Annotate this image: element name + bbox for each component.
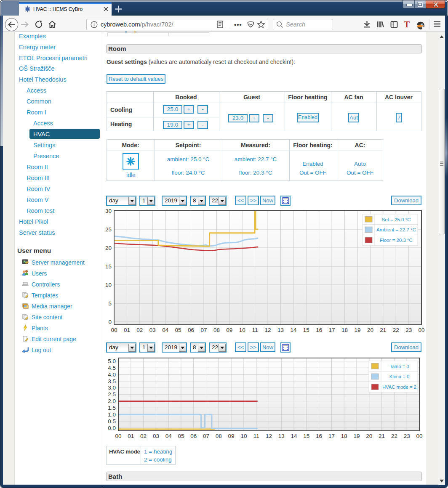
svg-text:Set = 25.0 °C: Set = 25.0 °C bbox=[382, 217, 411, 222]
svg-text:11: 11 bbox=[253, 433, 259, 439]
svg-text:03: 03 bbox=[149, 327, 156, 333]
svg-text:5.0: 5.0 bbox=[108, 358, 116, 364]
svg-text:05: 05 bbox=[178, 433, 184, 439]
svg-text:04: 04 bbox=[165, 433, 172, 439]
svg-text:4.5: 4.5 bbox=[108, 365, 116, 371]
svg-text:14: 14 bbox=[291, 433, 298, 439]
svg-text:00: 00 bbox=[419, 327, 425, 333]
svg-text:19: 19 bbox=[353, 433, 360, 439]
svg-text:Talno = 0: Talno = 0 bbox=[389, 364, 409, 369]
svg-text:08: 08 bbox=[213, 327, 220, 333]
svg-text:11: 11 bbox=[252, 327, 258, 333]
svg-text:17: 17 bbox=[328, 433, 335, 439]
svg-text:00: 00 bbox=[115, 433, 121, 439]
svg-text:17: 17 bbox=[329, 327, 335, 333]
svg-text:4.0: 4.0 bbox=[108, 371, 116, 378]
svg-text:HVAC mode = 2: HVAC mode = 2 bbox=[382, 385, 416, 390]
svg-text:21: 21 bbox=[379, 433, 385, 439]
svg-text:20: 20 bbox=[366, 433, 372, 439]
svg-text:16: 16 bbox=[316, 327, 322, 333]
svg-text:10: 10 bbox=[239, 327, 245, 333]
svg-text:07: 07 bbox=[203, 433, 209, 439]
svg-text:Floor = 20.3 °C: Floor = 20.3 °C bbox=[380, 238, 413, 243]
svg-text:10: 10 bbox=[105, 282, 112, 288]
svg-text:13: 13 bbox=[278, 433, 285, 439]
svg-text:10: 10 bbox=[240, 433, 247, 439]
svg-text:03: 03 bbox=[153, 433, 159, 439]
svg-text:14: 14 bbox=[290, 327, 297, 333]
svg-text:23: 23 bbox=[404, 433, 410, 439]
svg-text:15: 15 bbox=[303, 327, 309, 333]
svg-text:09: 09 bbox=[228, 433, 235, 439]
svg-text:1.5: 1.5 bbox=[108, 405, 116, 411]
svg-text:2.0: 2.0 bbox=[108, 398, 116, 404]
svg-text:08: 08 bbox=[216, 433, 222, 439]
svg-text:0.0: 0.0 bbox=[108, 425, 116, 431]
svg-text:09: 09 bbox=[226, 327, 232, 333]
svg-text:12: 12 bbox=[266, 433, 272, 439]
svg-text:05: 05 bbox=[175, 327, 181, 333]
svg-text:30: 30 bbox=[105, 208, 112, 214]
svg-text:00: 00 bbox=[111, 327, 117, 333]
svg-text:02: 02 bbox=[136, 327, 143, 333]
svg-text:0: 0 bbox=[108, 319, 112, 325]
svg-text:07: 07 bbox=[200, 327, 207, 333]
svg-text:23: 23 bbox=[405, 327, 412, 333]
svg-text:Ambient = 22.7 °C: Ambient = 22.7 °C bbox=[376, 227, 416, 232]
svg-text:18: 18 bbox=[341, 433, 347, 439]
svg-text:01: 01 bbox=[124, 327, 130, 333]
svg-text:01: 01 bbox=[128, 433, 134, 439]
svg-text:12: 12 bbox=[264, 327, 271, 333]
svg-text:20: 20 bbox=[105, 245, 112, 251]
svg-text:15: 15 bbox=[303, 433, 309, 439]
svg-text:2.5: 2.5 bbox=[108, 391, 116, 398]
svg-text:19: 19 bbox=[354, 327, 360, 333]
svg-text:15: 15 bbox=[105, 263, 112, 270]
svg-text:18: 18 bbox=[341, 327, 348, 333]
svg-text:02: 02 bbox=[140, 433, 147, 439]
svg-text:5: 5 bbox=[108, 300, 112, 307]
svg-text:16: 16 bbox=[316, 433, 322, 439]
svg-text:1.0: 1.0 bbox=[108, 411, 116, 418]
svg-text:3.5: 3.5 bbox=[108, 378, 116, 385]
svg-text:04: 04 bbox=[162, 327, 169, 333]
svg-text:0.5: 0.5 bbox=[108, 418, 116, 424]
svg-text:06: 06 bbox=[188, 327, 194, 333]
svg-text:3.0: 3.0 bbox=[108, 385, 116, 391]
svg-text:25: 25 bbox=[105, 226, 112, 233]
svg-text:00: 00 bbox=[416, 433, 422, 439]
svg-text:06: 06 bbox=[190, 433, 197, 439]
svg-text:21: 21 bbox=[380, 327, 386, 333]
svg-text:22: 22 bbox=[393, 327, 399, 333]
svg-text:20: 20 bbox=[367, 327, 373, 333]
svg-text:22: 22 bbox=[391, 433, 397, 439]
svg-text:13: 13 bbox=[277, 327, 284, 333]
svg-text:Klima = 0: Klima = 0 bbox=[389, 374, 409, 379]
